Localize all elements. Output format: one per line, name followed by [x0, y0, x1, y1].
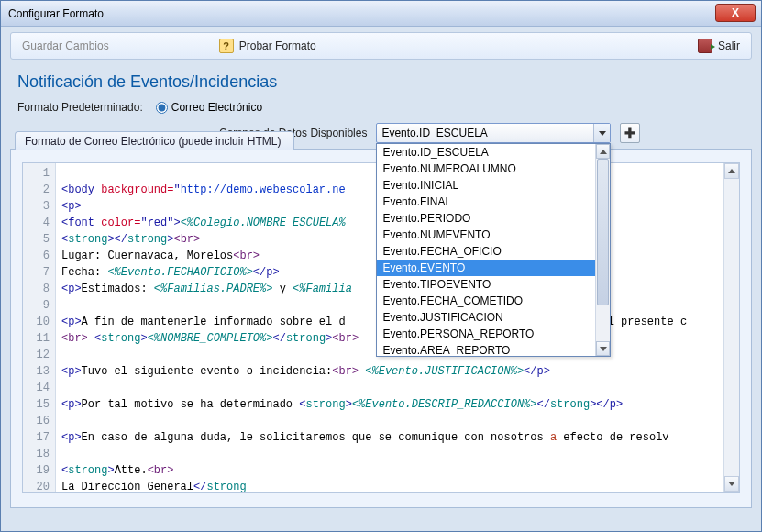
dropdown-item[interactable]: Evento.ID_ESCUELA [377, 144, 595, 161]
dropdown-item[interactable]: Evento.EVENTO [377, 260, 595, 276]
help-icon: ? [219, 39, 234, 53]
dropdown-item[interactable]: Evento.PERIODO [377, 210, 595, 227]
dropdown-item[interactable]: Evento.INICIAL [377, 177, 595, 194]
window-title: Configurar Formato [5, 7, 104, 20]
dropdown-item[interactable]: Evento.FINAL [377, 194, 595, 210]
dropdown-item[interactable]: Evento.PERSONA_REPORTO [377, 326, 595, 342]
scroll-thumb[interactable] [597, 159, 609, 305]
test-format-button[interactable]: ? Probar Formato [219, 39, 316, 53]
combo-value: Evento.ID_ESCUELA [381, 127, 487, 139]
titlebar: Configurar Formato X [1, 1, 761, 27]
fields-dropdown[interactable]: Evento.ID_ESCUELAEvento.NUMEROALUMNOEven… [376, 143, 611, 357]
dropdown-item[interactable]: Evento.NUMEVENTO [377, 227, 595, 243]
dropdown-item[interactable]: Evento.TIPOEVENTO [377, 276, 595, 293]
chevron-down-icon[interactable] [593, 124, 610, 142]
page-title: Notificación de Eventos/Incidencias [17, 72, 745, 92]
radio-email[interactable]: Correo Electrónico [156, 101, 262, 114]
editor-scroll-down[interactable] [724, 476, 739, 492]
tab-email-format[interactable]: Formato de Correo Electrónico (puede inc… [15, 131, 294, 150]
fields-combo[interactable]: Evento.ID_ESCUELA [376, 123, 611, 143]
add-field-button[interactable]: ✚ [620, 123, 640, 143]
save-button[interactable]: Guardar Cambios [22, 39, 109, 52]
line-gutter: 1234567891011121314151617181920 [23, 163, 56, 492]
format-label: Formato Predeterminado: [17, 101, 143, 114]
dropdown-item[interactable]: Evento.NUMEROALUMNO [377, 161, 595, 177]
editor-scrollbar[interactable] [723, 163, 739, 492]
exit-icon [698, 39, 712, 53]
editor-scroll-up[interactable] [724, 163, 739, 179]
exit-button[interactable]: Salir [698, 39, 740, 53]
dropdown-item[interactable]: Evento.FECHA_COMETIDO [377, 293, 595, 309]
close-button[interactable]: X [715, 4, 756, 22]
scroll-down-button[interactable] [596, 341, 610, 356]
dropdown-item[interactable]: Evento.JUSTIFICACION [377, 309, 595, 326]
dropdown-scrollbar[interactable] [595, 144, 610, 356]
scroll-up-button[interactable] [596, 144, 610, 159]
dropdown-item[interactable]: Evento.FECHA_OFICIO [377, 243, 595, 260]
toolbar: Guardar Cambios ? Probar Formato Salir [10, 32, 752, 60]
dropdown-item[interactable]: Evento.AREA_REPORTO [377, 342, 595, 356]
radio-email-input[interactable] [156, 102, 168, 114]
